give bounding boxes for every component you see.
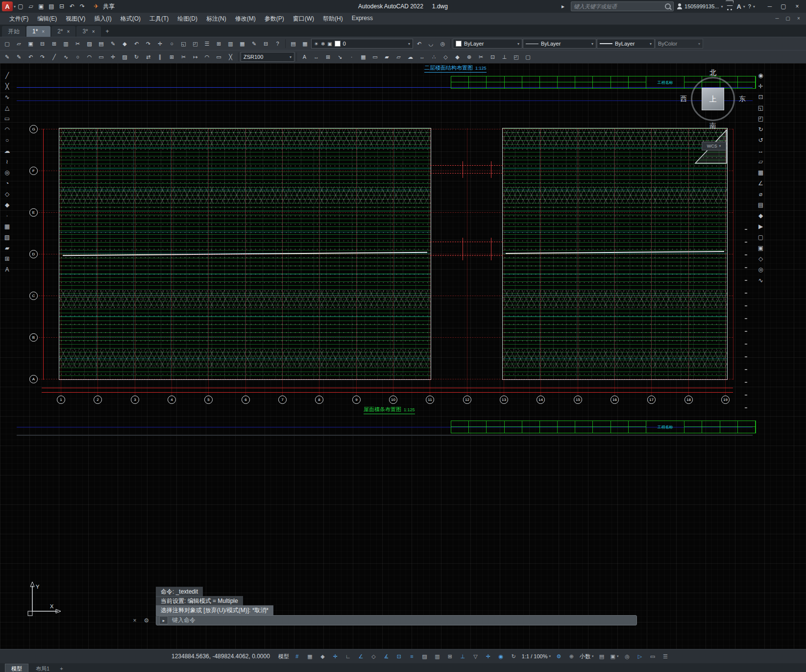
- layer-unlock-icon[interactable]: ◡: [425, 38, 437, 50]
- boundary-icon[interactable]: ▭: [369, 51, 381, 63]
- paste-icon[interactable]: ▤: [96, 38, 107, 50]
- share-button[interactable]: ✈ 共享: [87, 1, 119, 11]
- plot-preview-icon[interactable]: ⊞: [49, 38, 60, 50]
- new-icon[interactable]: ▢: [1, 38, 13, 50]
- polyline-icon[interactable]: ∿: [1, 92, 13, 102]
- menu-item-10[interactable]: 参数(P): [260, 13, 289, 25]
- point-icon[interactable]: ·: [1, 210, 13, 221]
- layer-states-icon[interactable]: ▦: [299, 38, 311, 50]
- move-icon[interactable]: ✛: [107, 51, 119, 63]
- new-icon[interactable]: ▢: [16, 1, 25, 11]
- close-tab-icon[interactable]: ×: [67, 29, 70, 34]
- matchprops-icon[interactable]: ✎: [107, 38, 119, 50]
- new-layout-button[interactable]: +: [57, 665, 66, 672]
- revcloud-tool-icon[interactable]: ☁: [405, 51, 416, 63]
- 3d-object-snap-icon[interactable]: ⊞: [444, 651, 456, 661]
- clip-xref-icon[interactable]: ✂: [475, 51, 487, 63]
- zoom-window-icon[interactable]: ◱: [755, 102, 766, 113]
- table-style-icon[interactable]: ⊞: [322, 51, 334, 63]
- menu-item-12[interactable]: 帮助(H): [318, 13, 347, 25]
- offset-icon[interactable]: ∥: [154, 51, 166, 63]
- tool-palettes-icon[interactable]: ▥: [225, 38, 236, 50]
- construction-line-icon[interactable]: ╳: [1, 81, 13, 91]
- attach-xref-icon[interactable]: ⊕: [464, 51, 475, 63]
- units[interactable]: 小数▾: [578, 651, 595, 661]
- menu-item-7[interactable]: 绘图(D): [173, 13, 202, 25]
- undo-small-icon[interactable]: ↶: [25, 51, 36, 63]
- multiline-text-icon[interactable]: A: [1, 264, 13, 274]
- dynamic-ucs-icon[interactable]: ⊥: [457, 651, 469, 661]
- saveas-icon[interactable]: ▤: [47, 1, 56, 11]
- file-tab-1*[interactable]: 1*×: [26, 26, 50, 37]
- ellipse-icon[interactable]: ◎: [1, 167, 13, 177]
- plotstyle-dropdown[interactable]: ByColor ▾: [655, 39, 703, 49]
- ucs-tool-icon[interactable]: ⊥: [499, 51, 510, 63]
- orbit-icon[interactable]: ↻: [755, 124, 766, 134]
- viewcube-west-label[interactable]: 西: [680, 95, 687, 103]
- layer-dropdown[interactable]: ☀ ❄ ▣ 0 ▾: [311, 39, 413, 49]
- show-motion-icon[interactable]: ▶: [755, 221, 766, 231]
- file-tab-开始[interactable]: 开始: [2, 26, 25, 37]
- annotation-monitor-icon[interactable]: ⊕: [565, 651, 578, 661]
- view-iso-icon[interactable]: ◇: [755, 253, 766, 264]
- restore-document-button[interactable]: ▢: [782, 13, 793, 24]
- undo-icon[interactable]: ↶: [67, 1, 77, 11]
- motion-path-icon[interactable]: ∿: [755, 275, 766, 285]
- explode-icon[interactable]: ╳: [225, 51, 236, 63]
- line-icon[interactable]: ╱: [1, 70, 13, 80]
- menu-item-9[interactable]: 修改(M): [231, 13, 260, 25]
- menu-item-13[interactable]: Express: [347, 13, 377, 25]
- polar-tracking-icon[interactable]: ∠: [355, 651, 367, 661]
- save-icon[interactable]: ▣: [36, 1, 46, 11]
- trim-icon[interactable]: ✂: [178, 51, 189, 63]
- viewcube-east-label[interactable]: 东: [739, 95, 746, 103]
- close-tab-icon[interactable]: ×: [92, 29, 95, 34]
- workspace-switching-icon[interactable]: ⚙: [553, 651, 565, 661]
- fillet-icon[interactable]: ◠: [201, 51, 213, 63]
- arc2-icon[interactable]: ◠: [84, 51, 95, 63]
- help-button[interactable]: ? ▾: [748, 3, 755, 9]
- annotation-matchprops-icon[interactable]: ✎: [13, 51, 24, 63]
- command-settings-icon[interactable]: ⚙: [142, 616, 151, 625]
- pan-icon[interactable]: ✛: [755, 81, 766, 91]
- array-icon[interactable]: ⊞: [166, 51, 177, 63]
- publish-icon[interactable]: ▥: [60, 38, 72, 50]
- isometric-drafting-icon[interactable]: ◇: [367, 651, 380, 661]
- calculator-icon[interactable]: ⊟: [260, 38, 271, 50]
- plot-icon[interactable]: ⊟: [37, 38, 48, 50]
- customize-icon[interactable]: ☰: [659, 651, 671, 661]
- drawing-viewport[interactable]: 工程名称 工程名称 二层楼面结构布置图1:125 屋面檩条布置图1:125: [0, 63, 806, 649]
- expand-arrow-icon[interactable]: ▸: [558, 1, 568, 11]
- insert-block-icon[interactable]: ◇: [440, 51, 451, 63]
- menu-item-2[interactable]: 编辑(E): [33, 13, 61, 25]
- selection-cycling-icon[interactable]: ▥: [431, 651, 443, 661]
- steering-icon[interactable]: ◆: [755, 210, 766, 221]
- erase-icon[interactable]: ▭: [213, 51, 224, 63]
- polygon-icon[interactable]: △: [1, 102, 13, 113]
- close-document-button[interactable]: ×: [793, 13, 804, 24]
- new-tab-button[interactable]: +: [102, 26, 113, 37]
- file-tab-3*[interactable]: 3*×: [76, 26, 100, 37]
- user-account-button[interactable]: 1505999135... ▾: [677, 3, 723, 9]
- lineweight-dropdown[interactable]: ByLayer ▾: [597, 39, 655, 49]
- layout-tab-布局1[interactable]: 布局1: [30, 664, 55, 672]
- layer-isolate-icon[interactable]: ◎: [437, 38, 448, 50]
- clean-screen-icon[interactable]: ▭: [646, 651, 659, 661]
- annotation-visibility-icon[interactable]: ◉: [495, 651, 507, 661]
- command-close-icon[interactable]: ×: [130, 616, 139, 625]
- close-tab-icon[interactable]: ×: [42, 29, 45, 34]
- area-icon[interactable]: ▱: [755, 156, 766, 167]
- zoom-previous-icon[interactable]: ◰: [190, 38, 201, 50]
- copy-icon[interactable]: ▨: [84, 38, 95, 50]
- circle-icon[interactable]: ○: [1, 135, 13, 145]
- view-top-icon[interactable]: ▣: [755, 243, 766, 253]
- redo-icon[interactable]: ↷: [143, 38, 154, 50]
- distance-icon[interactable]: ↔: [755, 146, 766, 156]
- mirror-icon[interactable]: ⇄: [143, 51, 154, 63]
- block-editor-icon[interactable]: ◆: [119, 38, 130, 50]
- cut-icon[interactable]: ✂: [72, 38, 83, 50]
- properties-icon[interactable]: ☰: [201, 38, 213, 50]
- zoom-window-icon[interactable]: ◱: [178, 38, 189, 50]
- command-input-bar[interactable]: ▸ 键入命令: [156, 615, 637, 625]
- section-icon[interactable]: ▤: [755, 199, 766, 210]
